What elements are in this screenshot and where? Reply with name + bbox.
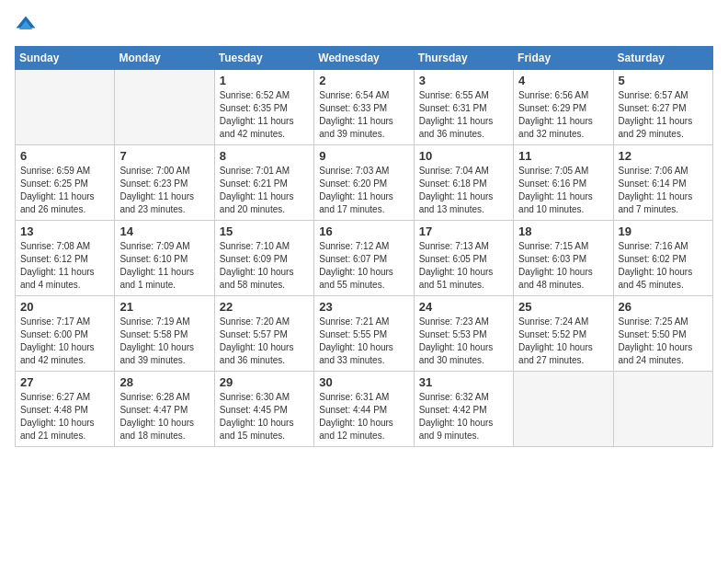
day-info: Sunrise: 7:06 AM Sunset: 6:14 PM Dayligh…	[619, 165, 708, 216]
day-info: Sunrise: 7:10 AM Sunset: 6:09 PM Dayligh…	[220, 240, 309, 292]
day-info: Sunrise: 6:28 AM Sunset: 4:47 PM Dayligh…	[119, 391, 209, 442]
calendar-cell: 10Sunrise: 7:04 AM Sunset: 6:18 PM Dayli…	[414, 145, 513, 221]
day-number: 15	[220, 224, 309, 238]
calendar-week-row: 27Sunrise: 6:27 AM Sunset: 4:48 PM Dayli…	[16, 372, 713, 447]
day-info: Sunrise: 7:15 AM Sunset: 6:03 PM Dayligh…	[518, 240, 608, 292]
day-number: 30	[319, 375, 408, 389]
weekday-header: Tuesday	[214, 47, 313, 70]
calendar-cell: 18Sunrise: 7:15 AM Sunset: 6:03 PM Dayli…	[514, 221, 613, 296]
day-number: 24	[419, 300, 508, 314]
header-row: SundayMondayTuesdayWednesdayThursdayFrid…	[16, 47, 713, 70]
calendar-cell: 22Sunrise: 7:20 AM Sunset: 5:57 PM Dayli…	[214, 296, 313, 372]
logo-icon	[15, 15, 37, 37]
weekday-header: Friday	[514, 47, 613, 70]
calendar-cell	[115, 70, 214, 145]
calendar-cell: 17Sunrise: 7:13 AM Sunset: 6:05 PM Dayli…	[414, 221, 513, 296]
calendar-cell: 25Sunrise: 7:24 AM Sunset: 5:52 PM Dayli…	[514, 296, 613, 372]
day-number: 20	[20, 300, 109, 314]
day-info: Sunrise: 6:56 AM Sunset: 6:29 PM Dayligh…	[518, 89, 608, 141]
calendar-week-row: 1Sunrise: 6:52 AM Sunset: 6:35 PM Daylig…	[16, 70, 713, 145]
weekday-header: Thursday	[414, 47, 513, 70]
calendar-cell: 11Sunrise: 7:05 AM Sunset: 6:16 PM Dayli…	[514, 145, 613, 221]
day-info: Sunrise: 6:31 AM Sunset: 4:44 PM Dayligh…	[319, 391, 408, 442]
calendar-cell: 5Sunrise: 6:57 AM Sunset: 6:27 PM Daylig…	[613, 70, 712, 145]
day-number: 29	[220, 375, 309, 389]
calendar-cell: 26Sunrise: 7:25 AM Sunset: 5:50 PM Dayli…	[613, 296, 712, 372]
calendar-cell: 27Sunrise: 6:27 AM Sunset: 4:48 PM Dayli…	[16, 372, 115, 447]
day-info: Sunrise: 7:03 AM Sunset: 6:20 PM Dayligh…	[319, 165, 408, 216]
day-number: 18	[518, 224, 608, 238]
day-info: Sunrise: 6:57 AM Sunset: 6:27 PM Dayligh…	[619, 89, 708, 141]
calendar-cell: 19Sunrise: 7:16 AM Sunset: 6:02 PM Dayli…	[613, 221, 712, 296]
day-number: 4	[518, 74, 608, 87]
logo	[15, 15, 40, 37]
day-info: Sunrise: 7:17 AM Sunset: 6:00 PM Dayligh…	[20, 316, 109, 367]
day-info: Sunrise: 7:12 AM Sunset: 6:07 PM Dayligh…	[319, 240, 408, 292]
day-info: Sunrise: 7:00 AM Sunset: 6:23 PM Dayligh…	[119, 165, 209, 216]
day-number: 2	[319, 74, 408, 87]
day-number: 14	[119, 224, 209, 238]
day-number: 3	[419, 74, 508, 87]
day-number: 10	[419, 149, 508, 163]
calendar-cell: 16Sunrise: 7:12 AM Sunset: 6:07 PM Dayli…	[314, 221, 414, 296]
day-number: 12	[619, 149, 708, 163]
calendar-week-row: 20Sunrise: 7:17 AM Sunset: 6:00 PM Dayli…	[16, 296, 713, 372]
calendar-cell: 31Sunrise: 6:32 AM Sunset: 4:42 PM Dayli…	[414, 372, 513, 447]
day-number: 23	[319, 300, 408, 314]
calendar-week-row: 13Sunrise: 7:08 AM Sunset: 6:12 PM Dayli…	[16, 221, 713, 296]
day-number: 27	[20, 375, 109, 389]
calendar-cell: 9Sunrise: 7:03 AM Sunset: 6:20 PM Daylig…	[314, 145, 414, 221]
day-info: Sunrise: 7:24 AM Sunset: 5:52 PM Dayligh…	[518, 316, 608, 367]
calendar-cell: 28Sunrise: 6:28 AM Sunset: 4:47 PM Dayli…	[115, 372, 214, 447]
calendar-cell: 2Sunrise: 6:54 AM Sunset: 6:33 PM Daylig…	[314, 70, 414, 145]
day-info: Sunrise: 6:54 AM Sunset: 6:33 PM Dayligh…	[319, 89, 408, 141]
calendar-cell: 12Sunrise: 7:06 AM Sunset: 6:14 PM Dayli…	[613, 145, 712, 221]
weekday-header: Saturday	[613, 47, 712, 70]
day-number: 28	[119, 375, 209, 389]
day-info: Sunrise: 7:13 AM Sunset: 6:05 PM Dayligh…	[419, 240, 508, 292]
calendar-cell: 20Sunrise: 7:17 AM Sunset: 6:00 PM Dayli…	[16, 296, 115, 372]
calendar-cell: 29Sunrise: 6:30 AM Sunset: 4:45 PM Dayli…	[214, 372, 313, 447]
day-number: 26	[619, 300, 708, 314]
day-number: 22	[220, 300, 309, 314]
day-number: 31	[419, 375, 508, 389]
day-info: Sunrise: 7:25 AM Sunset: 5:50 PM Dayligh…	[619, 316, 708, 367]
day-number: 7	[119, 149, 209, 163]
day-number: 21	[119, 300, 209, 314]
day-info: Sunrise: 7:01 AM Sunset: 6:21 PM Dayligh…	[220, 165, 309, 216]
calendar-cell: 8Sunrise: 7:01 AM Sunset: 6:21 PM Daylig…	[214, 145, 313, 221]
day-number: 16	[319, 224, 408, 238]
day-info: Sunrise: 7:04 AM Sunset: 6:18 PM Dayligh…	[419, 165, 508, 216]
day-info: Sunrise: 6:55 AM Sunset: 6:31 PM Dayligh…	[419, 89, 508, 141]
day-info: Sunrise: 6:30 AM Sunset: 4:45 PM Dayligh…	[220, 391, 309, 442]
calendar-cell: 6Sunrise: 6:59 AM Sunset: 6:25 PM Daylig…	[16, 145, 115, 221]
day-number: 19	[619, 224, 708, 238]
day-number: 25	[518, 300, 608, 314]
day-number: 1	[220, 74, 309, 87]
day-number: 17	[419, 224, 508, 238]
calendar-cell: 21Sunrise: 7:19 AM Sunset: 5:58 PM Dayli…	[115, 296, 214, 372]
weekday-header: Wednesday	[314, 47, 414, 70]
calendar-cell	[514, 372, 613, 447]
day-info: Sunrise: 6:32 AM Sunset: 4:42 PM Dayligh…	[419, 391, 508, 442]
calendar-cell: 7Sunrise: 7:00 AM Sunset: 6:23 PM Daylig…	[115, 145, 214, 221]
calendar-cell: 23Sunrise: 7:21 AM Sunset: 5:55 PM Dayli…	[314, 296, 414, 372]
calendar-table: SundayMondayTuesdayWednesdayThursdayFrid…	[15, 46, 713, 447]
calendar-cell	[613, 372, 712, 447]
calendar-cell: 15Sunrise: 7:10 AM Sunset: 6:09 PM Dayli…	[214, 221, 313, 296]
calendar-cell	[16, 70, 115, 145]
day-number: 11	[518, 149, 608, 163]
day-number: 9	[319, 149, 408, 163]
weekday-header: Monday	[115, 47, 214, 70]
day-info: Sunrise: 7:19 AM Sunset: 5:58 PM Dayligh…	[119, 316, 209, 367]
day-number: 8	[220, 149, 309, 163]
day-info: Sunrise: 6:52 AM Sunset: 6:35 PM Dayligh…	[220, 89, 309, 141]
day-info: Sunrise: 7:09 AM Sunset: 6:10 PM Dayligh…	[119, 240, 209, 292]
calendar-cell: 1Sunrise: 6:52 AM Sunset: 6:35 PM Daylig…	[214, 70, 313, 145]
day-info: Sunrise: 7:16 AM Sunset: 6:02 PM Dayligh…	[619, 240, 708, 292]
day-info: Sunrise: 6:59 AM Sunset: 6:25 PM Dayligh…	[20, 165, 109, 216]
day-number: 13	[20, 224, 109, 238]
calendar-cell: 24Sunrise: 7:23 AM Sunset: 5:53 PM Dayli…	[414, 296, 513, 372]
calendar-cell: 14Sunrise: 7:09 AM Sunset: 6:10 PM Dayli…	[115, 221, 214, 296]
day-info: Sunrise: 7:23 AM Sunset: 5:53 PM Dayligh…	[419, 316, 508, 367]
